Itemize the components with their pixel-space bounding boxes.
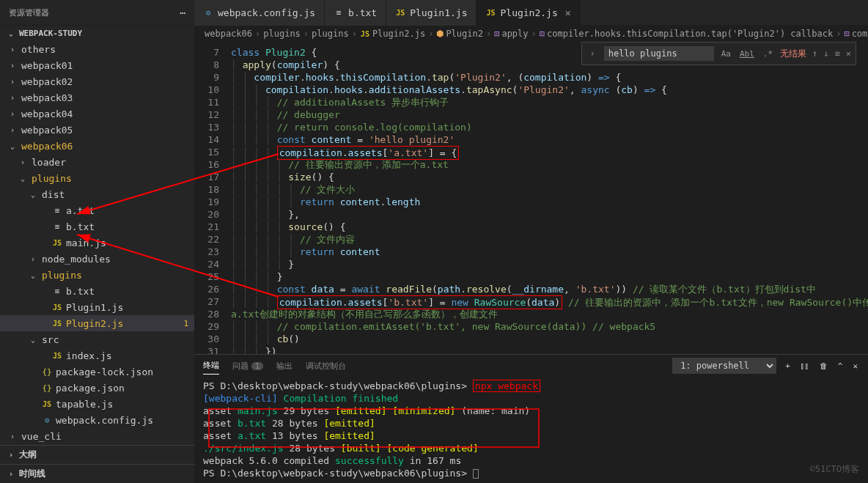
output-tab[interactable]: 输出: [276, 358, 293, 375]
tree-item[interactable]: {}package-lock.json: [0, 364, 194, 380]
tree-item[interactable]: JSindex.js: [0, 347, 194, 364]
chevron-down-icon: ⌄: [9, 29, 16, 37]
breadcrumb-segment[interactable]: plugins: [312, 29, 349, 39]
find-next-icon[interactable]: ↓: [823, 48, 828, 59]
editor-tabs: ⚙ webpack.config.js≡ b.txtJS Plugin1.jsJ…: [194, 0, 581, 26]
tree-item[interactable]: ⚙webpack.config.js: [0, 412, 194, 428]
terminal-tab[interactable]: 终端: [203, 357, 219, 375]
regex-icon[interactable]: .*: [762, 48, 774, 60]
trash-icon[interactable]: 🗑: [818, 360, 829, 372]
timeline-section[interactable]: ›时间线: [0, 464, 194, 483]
terminal-output[interactable]: PS D:\desktop\webpack-study\webpack06\pl…: [194, 377, 868, 483]
tree-item[interactable]: ⌄dist: [0, 186, 194, 202]
terminal-select[interactable]: 1: powershell: [672, 358, 776, 374]
tree-item[interactable]: ›webpack01: [0, 57, 194, 73]
match-word-icon[interactable]: Abl: [738, 48, 756, 60]
workspace-header[interactable]: ⌄ WEBPACK-STUDY: [0, 26, 194, 41]
breadcrumb-segment[interactable]: webpack06: [205, 29, 252, 39]
tree-item[interactable]: ⌄plugins: [0, 170, 194, 186]
tab-Plugin1-js[interactable]: JS Plugin1.js: [386, 0, 477, 26]
find-input[interactable]: [604, 46, 714, 61]
tree-item[interactable]: ≡b.txt: [0, 218, 194, 235]
tree-item[interactable]: ⌄webpack06: [0, 138, 194, 154]
problems-tab[interactable]: 问题1: [232, 358, 263, 375]
find-prev-icon[interactable]: ↑: [812, 48, 817, 59]
explorer-title: 资源管理器: [9, 7, 49, 18]
tree-item[interactable]: ›node_modules: [0, 251, 194, 267]
code-lines[interactable]: class Plugin2 {│ apply(compiler) {│ │ co…: [231, 46, 868, 354]
tree-item[interactable]: ›webpack04: [0, 106, 194, 122]
find-widget: › Aa Abl .* 无结果 ↑ ↓ ≡ ✕: [581, 42, 856, 65]
tab-Plugin2-js[interactable]: JS Plugin2.js ✕: [477, 0, 580, 26]
problems-badge: 1: [251, 362, 263, 370]
close-panel-icon[interactable]: ✕: [851, 360, 859, 372]
tree-item[interactable]: ›webpack03: [0, 89, 194, 106]
find-result: 无结果: [780, 48, 806, 60]
tree-item[interactable]: ≡a.txt: [0, 202, 194, 218]
breadcrumb-segment[interactable]: ⬢ Plugin2: [436, 29, 483, 39]
find-close-icon[interactable]: ✕: [846, 48, 851, 59]
tree-item[interactable]: ⌄plugins: [0, 267, 194, 283]
tree-item[interactable]: JSPlugin2.js1: [0, 315, 194, 331]
breadcrumb-segment[interactable]: plugins: [263, 29, 301, 39]
find-toggle-icon[interactable]: ›: [586, 48, 597, 59]
breadcrumb-segment[interactable]: ⊡ compilatio: [844, 29, 868, 39]
tab-b-txt[interactable]: ≡ b.txt: [325, 0, 386, 26]
breadcrumb-segment[interactable]: ⊡ apply: [494, 29, 528, 39]
tree-item[interactable]: ›webpack02: [0, 73, 194, 89]
tab-webpack-config-js[interactable]: ⚙ webpack.config.js: [194, 0, 325, 26]
breadcrumb-segment[interactable]: ⊡ compiler.hooks.thisCompilation.tap('Pl…: [540, 29, 833, 39]
line-gutter: 7891011121314151617181920212223242526272…: [194, 46, 231, 354]
tree-item[interactable]: ›vue_cli: [0, 428, 194, 444]
tree-item[interactable]: {}package.json: [0, 380, 194, 396]
tree-item[interactable]: JStapable.js: [0, 396, 194, 412]
tree-item[interactable]: ›loader: [0, 154, 194, 170]
tree-item[interactable]: ›webpack05: [0, 122, 194, 138]
workspace-name: WEBPACK-STUDY: [19, 29, 82, 38]
tree-item[interactable]: JSPlugin1.js: [0, 299, 194, 315]
more-icon[interactable]: ⋯: [180, 7, 185, 18]
watermark: ©51CTO博客: [810, 463, 859, 476]
tree-item[interactable]: ≡b.txt: [0, 283, 194, 299]
close-icon[interactable]: ✕: [565, 7, 571, 18]
breadcrumb-segment[interactable]: JS Plugin2.js: [360, 29, 425, 39]
debug-console-tab[interactable]: 调试控制台: [306, 358, 346, 375]
tree-item[interactable]: JSmain.js: [0, 235, 194, 251]
outline-section[interactable]: ›大纲: [0, 445, 194, 464]
tree-item[interactable]: ›others: [0, 41, 194, 57]
find-selection-icon[interactable]: ≡: [835, 48, 840, 59]
new-terminal-icon[interactable]: +: [784, 360, 792, 372]
split-terminal-icon[interactable]: ⫿⫿: [799, 360, 811, 372]
tree-item[interactable]: ⌄src: [0, 331, 194, 347]
match-case-icon[interactable]: Aa: [720, 48, 732, 60]
file-tree: ›others›webpack01›webpack02›webpack03›we…: [0, 41, 194, 445]
breadcrumb[interactable]: webpack06›plugins›plugins›JS Plugin2.js›…: [194, 26, 868, 42]
maximize-icon[interactable]: ^: [836, 360, 845, 372]
